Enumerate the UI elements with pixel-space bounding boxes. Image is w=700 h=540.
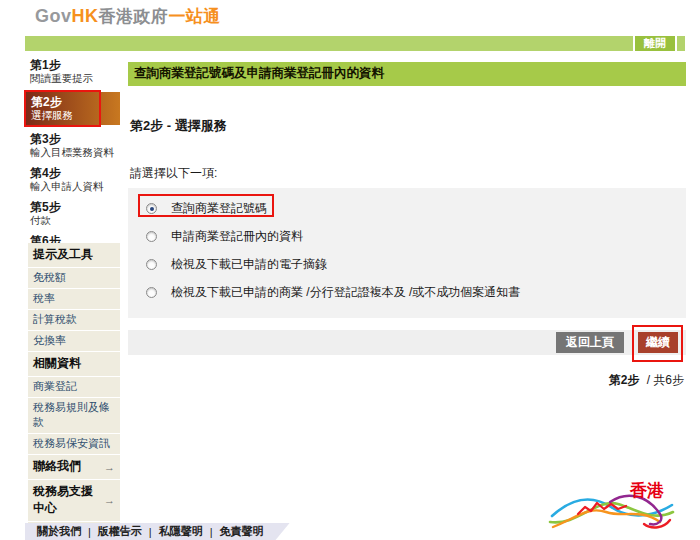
footer-link-privacy[interactable]: 私隱聲明 (159, 524, 203, 539)
option-label[interactable]: 檢視及下載已申請的電子摘錄 (171, 256, 327, 273)
step-label: 付款 (30, 214, 118, 226)
sidebar-link-label: 計算稅款 (33, 312, 77, 327)
sidebar-item-allowances[interactable]: 免稅額 (28, 268, 120, 288)
radio-button[interactable] (146, 259, 157, 270)
page-title: 查詢商業登記號碼及申請商業登記冊內的資料 (128, 62, 686, 86)
step-heading: 第2步 - 選擇服務 (130, 117, 686, 135)
sidebar-link-label: 聯絡我們 (33, 458, 81, 475)
options-panel: 查詢商業登記號碼 申請商業登記冊內的資料 檢視及下載已申請的電子摘錄 檢視及下載… (128, 188, 686, 318)
progress-current-step: 第2步 (609, 373, 640, 387)
step-number: 第4步 (30, 167, 118, 180)
sidebar-link-label: 免稅額 (33, 270, 66, 285)
sidebar-item-tax-computation[interactable]: 計算稅款 (28, 310, 120, 330)
red-highlight-frame (138, 194, 274, 217)
sidebar-header-label: 提示及工具 (33, 246, 93, 263)
footer-separator: | (149, 526, 152, 538)
sidebar-header-tips-tools: 提示及工具 (28, 243, 120, 267)
select-prompt: 請選擇以下一項: (130, 165, 686, 182)
back-button[interactable]: 返回上頁 (556, 332, 624, 353)
footer-link-bar: 關於我們 | 版權告示 | 私隱聲明 | 免責聲明 (25, 523, 290, 540)
footer-link-about-us[interactable]: 關於我們 (37, 524, 81, 539)
sidebar-link-label: 稅務易支援中心 (33, 483, 102, 517)
radio-button[interactable] (146, 287, 157, 298)
step-wizard-list: 第1步 閱讀重要提示 第2步 選擇服務 第3步 輸入目標業務資料 第4步 輸入申… (28, 58, 120, 268)
step-progress-indicator: 第2步 / 共6步 (128, 372, 686, 389)
top-green-bar: 離開 (25, 36, 685, 51)
brand-hongkong-text: 香港 (629, 481, 664, 500)
progress-total-steps: / 共6步 (647, 373, 684, 387)
sidebar-item-etax-terms[interactable]: 稅務易規則及條款 (28, 398, 120, 433)
step-number: 第3步 (30, 133, 118, 146)
logo-hk-text: HK (72, 6, 99, 26)
footer-separator: | (88, 526, 91, 538)
page: GovHK香港政府一站通 離開 第1步 閱讀重要提示 第2步 選擇服務 第3步 … (0, 0, 700, 540)
footer-link-disclaimer[interactable]: 免責聲明 (220, 524, 264, 539)
sidebar-link-label: 商業登記 (33, 379, 77, 394)
step-item-3: 第3步 輸入目標業務資料 (28, 132, 120, 159)
sidebar-item-tax-rates[interactable]: 稅率 (28, 289, 120, 309)
sidebar-menu: 提示及工具 免稅額 稅率 計算稅款 兌換率 相關資料 商業登記 稅務易規則及條款… (28, 243, 120, 540)
sidebar-header-label: 相關資料 (33, 355, 81, 372)
sidebar-link-label: 兌換率 (33, 333, 66, 348)
red-highlight-frame (632, 325, 683, 362)
sidebar-item-exchange-rate[interactable]: 兌換率 (28, 331, 120, 351)
step-label: 閱讀重要提示 (30, 72, 118, 84)
sidebar-link-label: 稅率 (33, 291, 55, 306)
action-button-band: 返回上頁 繼續 (128, 330, 686, 355)
main-content: 查詢商業登記號碼及申請商業登記冊內的資料 第2步 - 選擇服務 請選擇以下一項:… (128, 62, 686, 389)
radio-button[interactable] (146, 231, 157, 242)
logo-chinese-orange: 一站通 (169, 7, 222, 26)
sidebar-item-business-registration[interactable]: 商業登記 (28, 377, 120, 397)
step-item-2-current: 第2步 選擇服務 (26, 92, 120, 125)
step-item-5: 第5步 付款 (28, 200, 120, 227)
option-row-certificate-copies[interactable]: 檢視及下載已申請的商業 /分行登記證複本及 /或不成功個案通知書 (136, 280, 678, 305)
option-label[interactable]: 申請商業登記冊內的資料 (171, 228, 303, 245)
govhk-logo: GovHK香港政府一站通 (35, 5, 221, 28)
brand-ribbon-icon: 香港 (548, 476, 678, 534)
arrow-right-icon: → (104, 494, 115, 506)
step-item-1: 第1步 閱讀重要提示 (28, 58, 120, 85)
brand-hongkong-logo: 香港 (548, 476, 678, 534)
footer-link-copyright[interactable]: 版權告示 (98, 524, 142, 539)
option-row-br-number[interactable]: 查詢商業登記號碼 (136, 196, 678, 221)
logo-chinese-grey: 香港政府 (99, 7, 169, 26)
option-label[interactable]: 檢視及下載已申請的商業 /分行登記證複本及 /或不成功個案通知書 (171, 284, 520, 301)
footer-separator: | (210, 526, 213, 538)
sidebar-link-label: 稅務易保安資訊 (33, 436, 110, 451)
option-row-br-register-info[interactable]: 申請商業登記冊內的資料 (136, 224, 678, 249)
option-row-e-extracts[interactable]: 檢視及下載已申請的電子摘錄 (136, 252, 678, 277)
sidebar-item-etax-security[interactable]: 稅務易保安資訊 (28, 434, 120, 454)
sidebar-link-label: 稅務易規則及條款 (33, 400, 115, 430)
sidebar-header-related-info: 相關資料 (28, 352, 120, 376)
exit-button[interactable]: 離開 (635, 36, 675, 51)
logo-gov-text: Gov (35, 6, 72, 26)
arrow-right-icon: → (104, 461, 115, 473)
continue-button-wrap: 繼續 (638, 332, 678, 353)
sidebar-item-etax-help-desk[interactable]: 稅務易支援中心 → (28, 480, 120, 521)
step-label: 輸入申請人資料 (30, 180, 118, 192)
step-label: 輸入目標業務資料 (30, 146, 118, 158)
step-number: 第1步 (30, 59, 118, 72)
sidebar-item-contact-us[interactable]: 聯絡我們 → (28, 455, 120, 479)
red-highlight-frame (24, 90, 101, 127)
step-number: 第5步 (30, 201, 118, 214)
step-item-4: 第4步 輸入申請人資料 (28, 166, 120, 193)
